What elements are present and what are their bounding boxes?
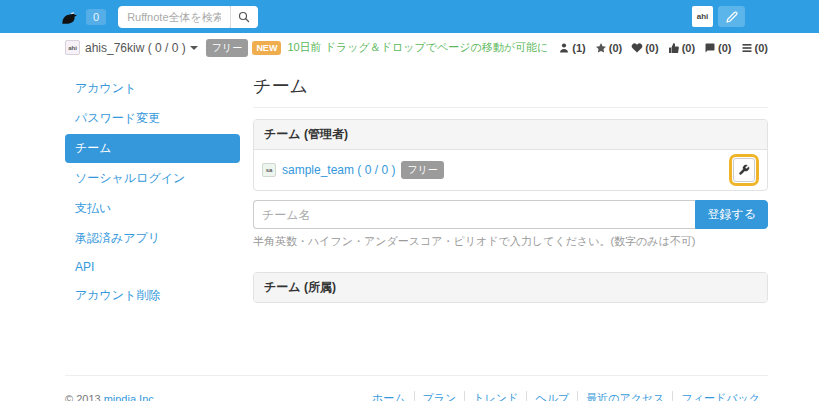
team-row: sa sample_team ( 0 / 0 ) フリー: [254, 150, 767, 190]
team-avatar: sa: [262, 163, 276, 177]
plan-badge: フリー: [206, 39, 248, 57]
thumbs-up-icon: [668, 42, 680, 54]
team-admin-panel: チーム (管理者) sa sample_team ( 0 / 0 ) フリー: [253, 119, 768, 191]
team-plan-badge: フリー: [401, 161, 443, 179]
footer-link-plan[interactable]: プラン: [414, 391, 465, 401]
team-member-panel-header: チーム (所属): [254, 273, 767, 302]
userbar-right-group: NEW 10日前 ドラッグ＆ドロップでページの移動が可能に (1) (0): [252, 40, 768, 55]
user-avatar[interactable]: ahi: [65, 40, 80, 55]
register-button[interactable]: 登録する: [695, 200, 768, 229]
company-link[interactable]: mindia Inc.: [104, 393, 157, 401]
star-icon: [595, 42, 607, 54]
footer-link-trend[interactable]: トレンド: [464, 391, 526, 401]
team-name-link[interactable]: sample_team ( 0 / 0 ): [282, 163, 395, 177]
navbar-avatar[interactable]: ahi: [692, 6, 713, 27]
team-name-input[interactable]: [253, 200, 695, 229]
pencil-icon: [726, 11, 738, 23]
user-subbar: ahi ahis_76kiw ( 0 / 0 ) フリー NEW 10日前 ドラ…: [0, 33, 819, 62]
sidebar-item-api[interactable]: API: [65, 254, 240, 280]
username-dropdown[interactable]: ahis_76kiw ( 0 / 0 ): [85, 41, 198, 55]
stat-members[interactable]: (1): [558, 42, 585, 54]
sidebar-item-password[interactable]: パスワード変更: [65, 104, 240, 133]
top-navbar: 0 ahi: [0, 0, 819, 33]
stat-comments[interactable]: (0): [704, 42, 731, 54]
footer-link-feedback[interactable]: フィードバック: [672, 391, 768, 401]
sidebar-item-payment[interactable]: 支払い: [65, 194, 240, 223]
sidebar-item-account[interactable]: アカウント: [65, 74, 240, 103]
footer-link-recent-access[interactable]: 最近のアクセス: [577, 391, 672, 401]
team-name-help-text: 半角英数・ハイフン・アンダースコア・ピリオドで入力してください。(数字のみは不可…: [253, 234, 768, 249]
stats-group: (1) (0) (0) (0): [558, 42, 768, 54]
caret-down-icon: [190, 46, 198, 50]
footer-links: ホーム プラン トレンド ヘルプ 最近のアクセス フィードバック: [364, 391, 768, 401]
navbar-right-group: ahi: [692, 6, 745, 27]
wrench-icon: [738, 164, 750, 176]
search-input[interactable]: [118, 6, 230, 28]
sidebar-item-social-login[interactable]: ソーシャルログイン: [65, 164, 240, 193]
create-team-form: 登録する: [253, 200, 768, 229]
page-title: チーム: [253, 74, 768, 108]
list-icon: [741, 42, 753, 54]
notification-count-badge[interactable]: 0: [86, 9, 106, 25]
footer-link-home[interactable]: ホーム: [364, 391, 414, 401]
main-content: チーム チーム (管理者) sa sample_team ( 0 / 0 ) フ…: [253, 74, 768, 303]
search-button[interactable]: [230, 6, 258, 28]
bird-logo-icon[interactable]: [58, 7, 80, 27]
new-badge: NEW: [252, 41, 281, 55]
sidebar-item-team[interactable]: チーム: [65, 134, 240, 163]
settings-sidebar: アカウント パスワード変更 チーム ソーシャルログイン 支払い 承認済みアプリ …: [65, 74, 240, 311]
comment-icon: [704, 42, 716, 54]
user-icon: [558, 42, 570, 54]
team-settings-button[interactable]: [733, 158, 755, 182]
click-highlight: [729, 154, 759, 186]
heart-icon: [631, 42, 643, 54]
search-group: [118, 6, 258, 28]
search-icon: [238, 11, 250, 23]
stat-likes[interactable]: (0): [631, 42, 658, 54]
copyright-text: © 2013: [65, 393, 101, 401]
sidebar-item-delete-account[interactable]: アカウント削除: [65, 281, 240, 310]
footer-link-help[interactable]: ヘルプ: [526, 391, 577, 401]
username-label: ahis_76kiw ( 0 / 0 ): [85, 41, 186, 55]
sidebar-item-approved-apps[interactable]: 承認済みアプリ: [65, 224, 240, 253]
new-page-button[interactable]: [718, 6, 745, 27]
footer: © 2013 mindia Inc. ホーム プラン トレンド ヘルプ 最近のア…: [65, 375, 768, 401]
team-member-panel: チーム (所属): [253, 272, 768, 303]
stat-stars[interactable]: (0): [595, 42, 622, 54]
page-body: アカウント パスワード変更 チーム ソーシャルログイン 支払い 承認済みアプリ …: [0, 62, 819, 311]
team-admin-panel-header: チーム (管理者): [254, 120, 767, 150]
stat-pages[interactable]: (0): [741, 42, 768, 54]
news-announcement-link[interactable]: 10日前 ドラッグ＆ドロップでページの移動が可能に: [287, 40, 548, 55]
stat-thumbs-up[interactable]: (0): [668, 42, 695, 54]
